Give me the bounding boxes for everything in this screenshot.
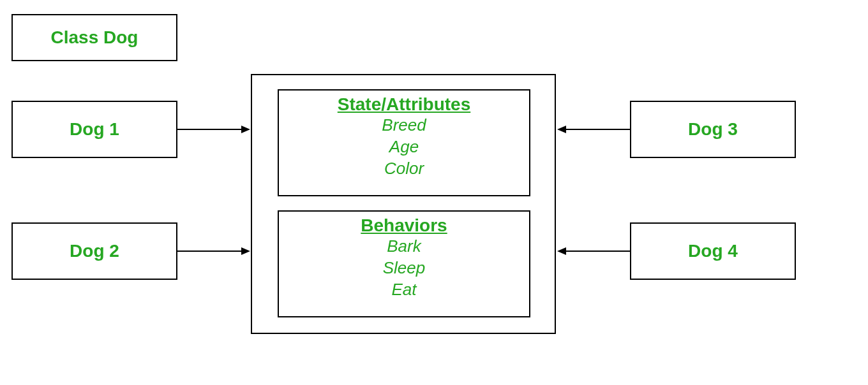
- arrow-dog3-to-center: [557, 124, 630, 134]
- dog3-box: Dog 3: [630, 101, 796, 158]
- arrow-dog1-to-center: [177, 124, 251, 134]
- attributes-title: State/Attributes: [279, 94, 529, 115]
- behaviors-box: Behaviors Bark Sleep Eat: [278, 210, 530, 317]
- behavior-item: Bark: [279, 236, 529, 258]
- attribute-item: Age: [279, 136, 529, 158]
- dog4-box: Dog 4: [630, 222, 796, 280]
- dog1-label: Dog 1: [70, 119, 119, 140]
- behavior-item: Sleep: [279, 258, 529, 279]
- attribute-item: Color: [279, 158, 529, 180]
- svg-marker-7: [557, 247, 566, 255]
- dog1-box: Dog 1: [11, 101, 177, 158]
- arrow-dog4-to-center: [557, 246, 630, 256]
- attributes-box: State/Attributes Breed Age Color: [278, 89, 530, 196]
- dog3-label: Dog 3: [688, 119, 738, 140]
- svg-marker-3: [241, 247, 250, 255]
- dog4-label: Dog 4: [688, 241, 738, 261]
- arrow-dog2-to-center: [177, 246, 251, 256]
- dog2-label: Dog 2: [70, 241, 119, 261]
- dog2-box: Dog 2: [11, 222, 177, 280]
- attribute-item: Breed: [279, 115, 529, 136]
- class-dog-box: Class Dog: [11, 14, 177, 61]
- svg-marker-1: [241, 126, 250, 133]
- behaviors-title: Behaviors: [279, 215, 529, 236]
- class-definition-container: State/Attributes Breed Age Color Behavio…: [251, 74, 556, 334]
- behavior-item: Eat: [279, 279, 529, 301]
- svg-marker-5: [557, 126, 566, 133]
- class-dog-label: Class Dog: [51, 27, 138, 48]
